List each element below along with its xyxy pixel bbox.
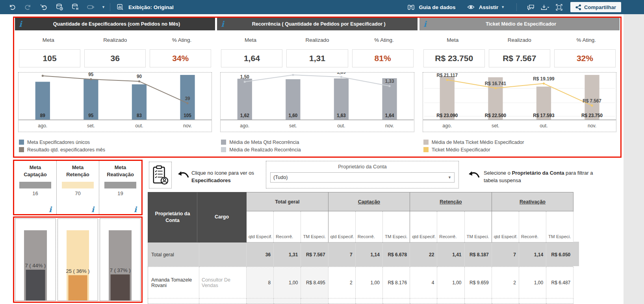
value-cell[interactable]: R$ 6.487 — [546, 267, 573, 298]
subcolumn-header[interactable]: TM Especi. — [546, 211, 573, 242]
kpi-chart-recorrencia[interactable]: 1,501,771,691,331,62ago.1,60set.1,63out.… — [220, 72, 414, 132]
undo-icon[interactable] — [7, 2, 17, 12]
value-cell[interactable]: 1,00 — [437, 267, 464, 298]
refresh-data-icon[interactable] — [54, 2, 65, 12]
redo-icon[interactable] — [23, 2, 33, 12]
subcolumn-header[interactable]: qtd Especif. — [328, 211, 355, 242]
share-button[interactable]: Compartilhar — [570, 2, 621, 12]
value-cell[interactable]: R$ 8.176 — [382, 267, 410, 298]
svg-text:95: 95 — [88, 73, 93, 77]
kpi-chart-ticket-medio[interactable]: R$ 21.117R$ 16.741R$ 19.199R$ 7.567R$ 23… — [423, 72, 616, 132]
info-icon[interactable]: i — [423, 20, 427, 28]
meta-label: Meta — [419, 37, 486, 43]
value-cell[interactable]: 7 — [492, 242, 519, 267]
group-header-reativacao[interactable]: Reativação — [492, 192, 573, 211]
chart-legend: Média de Meta Ticket Médio Especificador… — [423, 138, 620, 153]
value-cell[interactable]: R$ 8.495 — [301, 267, 328, 298]
meta-value: 1,64 — [221, 49, 282, 67]
column-header-proprietario[interactable]: Proprietário da Conta — [148, 192, 197, 242]
gauge-bar[interactable] — [62, 182, 94, 188]
subcolumn-header[interactable]: TM Especi. — [464, 211, 492, 242]
owner-name-cell[interactable]: Amanda Tomazele Rovani — [148, 267, 199, 298]
info-icon[interactable]: i — [19, 20, 22, 28]
comments-icon[interactable] — [525, 2, 536, 12]
data-guide-button[interactable]: Guia de dados — [403, 2, 459, 12]
legend-swatch — [423, 140, 429, 145]
value-cell[interactable]: R$ 6.050 — [546, 242, 573, 267]
value-cell[interactable]: 1,31 — [274, 242, 301, 267]
group-header-total-geral[interactable]: Total geral — [247, 192, 328, 211]
svg-text:out.: out. — [338, 123, 345, 129]
subcolumn-header[interactable]: TM Especi. — [382, 211, 410, 242]
legend-swatch — [423, 147, 429, 152]
legend-item[interactable]: Média de Realizado Recorrência — [221, 146, 417, 153]
owner-name-cell[interactable]: Total geral — [148, 242, 199, 267]
value-cell[interactable]: R$ 7.567 — [301, 242, 328, 267]
value-cell — [301, 298, 328, 304]
panel-header: i Quantidade de Especificadores (com Ped… — [15, 18, 215, 30]
subcolumn-header[interactable]: qtd Especif. — [492, 211, 519, 242]
group-header-retencao[interactable]: Retenção — [410, 192, 492, 211]
gauge-bar[interactable] — [19, 182, 51, 188]
cargo-cell[interactable]: Consultor De Vendas — [199, 267, 247, 298]
legend-item[interactable]: Resultado qtd. especificadores mês — [19, 146, 215, 153]
info-icon[interactable]: i — [221, 20, 224, 28]
value-cell[interactable]: 8 — [247, 267, 274, 298]
value-cell[interactable]: R$ 9.659 — [464, 267, 492, 298]
bullet-reativacao[interactable]: 7 ( 37% ) — [100, 218, 141, 301]
column-header-cargo[interactable]: Cargo — [197, 192, 246, 242]
value-cell[interactable]: 36 — [247, 242, 274, 267]
value-cell[interactable]: 4 — [410, 267, 437, 298]
value-cell[interactable]: 2 — [328, 267, 355, 298]
legend-label: Resultado qtd. especificadores mês — [27, 147, 105, 153]
value-cell[interactable]: 22 — [410, 242, 437, 267]
svg-text:1,50: 1,50 — [240, 74, 249, 80]
legend-item[interactable]: Meta Especificadores únicos — [19, 138, 215, 146]
kpi-chart-quantidade[interactable]: 10395903989ago.95set.83out.105nov. — [18, 72, 212, 132]
revert-icon[interactable] — [39, 2, 49, 12]
fullscreen-icon[interactable] — [554, 2, 564, 12]
run-update-caret-icon[interactable]: ▼ — [102, 5, 105, 9]
view-indicator[interactable]: Exibição: Original — [115, 2, 174, 12]
specifiers-list-button[interactable] — [149, 162, 172, 188]
group-header-captacao[interactable]: Captação — [328, 192, 410, 211]
download-icon[interactable] — [540, 2, 550, 12]
value-cell[interactable]: R$ 6.678 — [382, 242, 410, 267]
subcolumn-header[interactable]: Recorrê. — [437, 211, 464, 242]
info-icon[interactable]: i — [49, 206, 52, 213]
svg-text:out.: out. — [135, 123, 143, 129]
legend-swatch — [19, 147, 24, 152]
subcolumn-header[interactable]: Recorrê. — [519, 211, 546, 242]
gauge-bar[interactable] — [104, 182, 136, 188]
subcolumn-header[interactable]: qtd Especif. — [410, 211, 437, 242]
legend-item[interactable]: Média de Meta Ticket Médio Especificador — [423, 138, 620, 146]
watch-button[interactable]: Assistir ▼ — [463, 2, 508, 12]
cargo-cell[interactable] — [199, 242, 247, 267]
pause-updates-icon[interactable] — [70, 2, 80, 12]
value-cell[interactable]: 2 — [492, 267, 519, 298]
legend-label: Meta Especificadores únicos — [27, 140, 90, 145]
legend-item[interactable]: Média de Meta Qtd Recorrência — [221, 138, 417, 146]
value-cell[interactable]: 1,41 — [437, 242, 464, 267]
value-cell[interactable]: R$ 8.187 — [464, 242, 492, 267]
info-icon[interactable]: i — [134, 206, 137, 213]
subcolumn-header[interactable]: Recorrê. — [355, 211, 382, 242]
subcolumn-header[interactable]: TM Especi. — [301, 211, 328, 242]
value-cell[interactable]: 1,14 — [519, 242, 546, 267]
legend-item[interactable]: Ticket Médio Especificador — [423, 146, 620, 153]
subcolumn-header[interactable]: qtd Especif. — [247, 211, 274, 242]
value-cell[interactable]: 7 — [328, 242, 355, 267]
value-cell[interactable]: 1,00 — [355, 267, 382, 298]
value-cell[interactable]: 1,00 — [519, 267, 546, 298]
value-cell[interactable]: 1,00 — [274, 267, 301, 298]
bullet-retencao[interactable]: 25 ( 36% ) — [58, 218, 98, 301]
value-cell[interactable]: 1,14 — [355, 242, 382, 267]
subcolumn-header[interactable]: Recorrê. — [274, 211, 301, 242]
filter-dropdown[interactable]: (Tudo) ▼ — [270, 172, 455, 183]
run-update-icon[interactable] — [86, 2, 96, 12]
svg-text:R$ 16.741: R$ 16.741 — [484, 80, 506, 86]
filter-value: (Tudo) — [273, 175, 288, 180]
info-icon[interactable]: i — [91, 206, 94, 213]
account-owner-filter: Proprietário da Conta (Tudo) ▼ — [266, 161, 459, 188]
bullet-captacao[interactable]: 7 ( 44% ) — [15, 218, 56, 301]
